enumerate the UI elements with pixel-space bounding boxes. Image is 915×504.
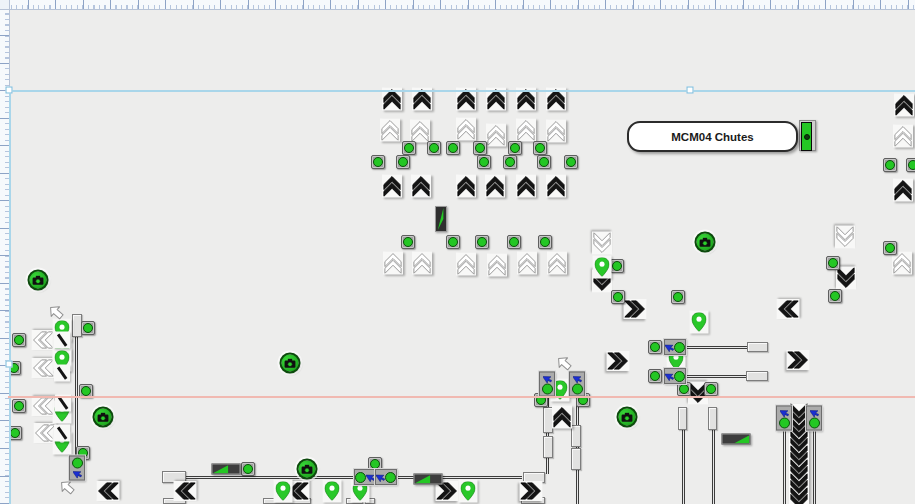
location-pin-icon[interactable]: [323, 480, 342, 503]
control-box[interactable]: [806, 406, 822, 431]
status-indicator[interactable]: [610, 259, 624, 273]
status-indicator[interactable]: [564, 155, 578, 169]
status-indicator[interactable]: [241, 462, 255, 476]
location-pin-icon[interactable]: [593, 256, 612, 279]
chevron-up-icon[interactable]: [546, 175, 566, 198]
diagonal-bar-icon[interactable]: [54, 365, 70, 382]
turn-arrow-icon[interactable]: [556, 355, 574, 373]
chevron-down-icon[interactable]: [789, 487, 809, 504]
chevron-up-icon[interactable]: [552, 406, 572, 429]
chevron-left-icon[interactable]: [32, 358, 55, 378]
wedge-indicator[interactable]: [414, 474, 443, 485]
status-indicator[interactable]: [446, 235, 460, 249]
status-indicator[interactable]: [12, 399, 26, 413]
chevron-up-icon[interactable]: [516, 175, 536, 198]
camera-indicator[interactable]: [617, 407, 638, 428]
status-indicator[interactable]: [81, 321, 95, 335]
conveyor-segment[interactable]: [708, 407, 717, 430]
status-indicator[interactable]: [12, 333, 26, 347]
selection-handle[interactable]: [6, 361, 13, 368]
status-indicator[interactable]: [828, 289, 842, 303]
status-indicator[interactable]: [611, 290, 625, 304]
location-pin-icon[interactable]: [274, 480, 293, 503]
control-box[interactable]: [539, 372, 555, 397]
chevron-up-icon[interactable]: [412, 252, 432, 275]
chevron-left-icon[interactable]: [174, 481, 197, 501]
chevron-up-icon[interactable]: [487, 254, 507, 277]
chevron-left-icon[interactable]: [32, 330, 55, 350]
chevron-down-icon[interactable]: [835, 226, 855, 249]
control-box[interactable]: [69, 456, 85, 481]
control-box[interactable]: [569, 372, 585, 397]
control-box[interactable]: [375, 469, 397, 485]
turn-arrow-icon[interactable]: [59, 479, 77, 497]
conveyor-segment[interactable]: [543, 436, 553, 458]
chevron-up-icon[interactable]: [485, 175, 505, 198]
chevron-up-icon[interactable]: [546, 120, 566, 143]
chevron-up-icon[interactable]: [410, 120, 430, 143]
chevron-up-icon[interactable]: [894, 94, 914, 117]
diagonal-bar-icon[interactable]: [54, 332, 70, 349]
diagonal-bar-icon[interactable]: [54, 425, 70, 442]
camera-indicator[interactable]: [28, 270, 49, 291]
chevron-right-icon[interactable]: [607, 351, 630, 371]
chevron-up-icon[interactable]: [380, 119, 400, 142]
status-indicator[interactable]: [503, 155, 517, 169]
chevron-up-icon[interactable]: [456, 175, 476, 198]
chevron-right-icon[interactable]: [520, 481, 543, 501]
status-indicator[interactable]: [473, 141, 487, 155]
turn-arrow-icon[interactable]: [48, 304, 66, 322]
status-indicator[interactable]: [396, 155, 410, 169]
camera-indicator[interactable]: [297, 459, 318, 480]
chevron-left-icon[interactable]: [32, 396, 55, 416]
chevron-down-icon[interactable]: [836, 267, 856, 290]
conveyor-segment[interactable]: [746, 371, 768, 381]
location-pin-icon[interactable]: [459, 480, 478, 503]
camera-indicator[interactable]: [280, 353, 301, 374]
selection-handle[interactable]: [687, 87, 694, 94]
status-indicator[interactable]: [883, 241, 897, 255]
chevron-right-icon[interactable]: [787, 350, 810, 370]
chevron-right-icon[interactable]: [624, 299, 647, 319]
chevron-up-icon[interactable]: [456, 118, 476, 141]
status-indicator[interactable]: [704, 382, 718, 396]
status-indicator[interactable]: [537, 155, 551, 169]
conveyor-segment[interactable]: [571, 448, 581, 470]
door-indicator[interactable]: [799, 120, 816, 151]
chevron-up-icon[interactable]: [411, 175, 431, 198]
status-indicator[interactable]: [538, 235, 552, 249]
status-indicator[interactable]: [402, 141, 416, 155]
status-indicator[interactable]: [826, 256, 840, 270]
status-indicator[interactable]: [906, 158, 915, 172]
chute-group-label[interactable]: MCM04 Chutes: [627, 121, 798, 152]
status-indicator[interactable]: [475, 235, 489, 249]
chevron-up-icon[interactable]: [383, 252, 403, 275]
wedge-indicator[interactable]: [435, 206, 447, 232]
chevron-left-icon[interactable]: [97, 481, 120, 501]
status-indicator[interactable]: [427, 141, 441, 155]
control-box[interactable]: [664, 368, 686, 384]
status-indicator[interactable]: [401, 235, 415, 249]
selection-handle[interactable]: [6, 87, 13, 94]
chevron-up-icon[interactable]: [893, 125, 913, 148]
chevron-down-icon[interactable]: [592, 232, 612, 255]
status-indicator[interactable]: [533, 141, 547, 155]
location-pin-icon[interactable]: [690, 311, 709, 334]
status-indicator[interactable]: [671, 290, 685, 304]
status-indicator[interactable]: [883, 158, 897, 172]
chevron-up-icon[interactable]: [517, 252, 537, 275]
control-box[interactable]: [354, 469, 376, 485]
control-box[interactable]: [776, 406, 792, 431]
status-indicator[interactable]: [477, 155, 491, 169]
chevron-up-icon[interactable]: [456, 253, 476, 276]
chevron-up-icon[interactable]: [486, 124, 506, 147]
status-indicator[interactable]: [648, 369, 662, 383]
conveyor-segment[interactable]: [678, 407, 687, 430]
chevron-up-icon[interactable]: [547, 252, 567, 275]
conveyor-segment[interactable]: [571, 425, 581, 447]
status-indicator[interactable]: [507, 235, 521, 249]
status-indicator[interactable]: [677, 382, 691, 396]
camera-indicator[interactable]: [93, 407, 114, 428]
chevron-left-icon[interactable]: [777, 299, 800, 319]
status-indicator[interactable]: [648, 340, 662, 354]
